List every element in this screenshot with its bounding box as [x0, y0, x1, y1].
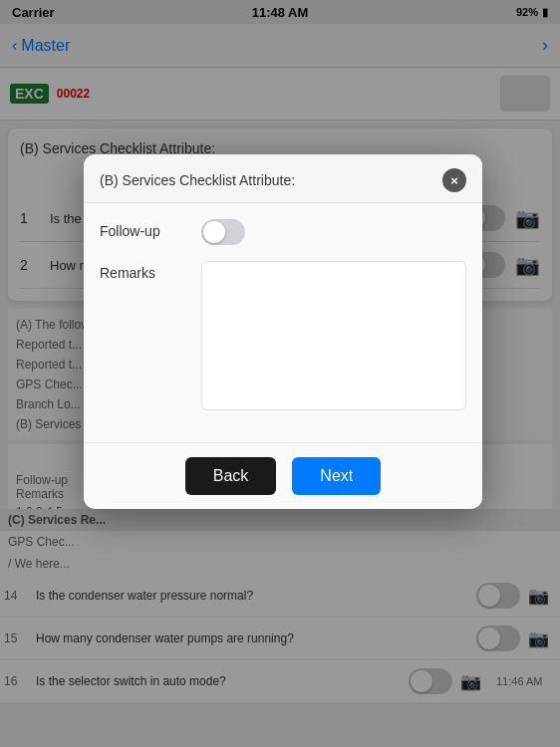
remarks-label: Remarks: [100, 261, 189, 281]
modal-footer: Back Next: [84, 442, 482, 509]
followup-label: Follow-up: [100, 219, 189, 239]
modal-next-button[interactable]: Next: [292, 457, 381, 495]
modal-back-button[interactable]: Back: [185, 457, 277, 495]
close-icon: ×: [450, 173, 458, 188]
modal-close-button[interactable]: ×: [442, 168, 466, 192]
modal-body: Follow-up Remarks: [84, 203, 482, 442]
modal-header: (B) Services Checklist Attribute: ×: [84, 154, 482, 203]
followup-field-row: Follow-up: [100, 219, 466, 245]
followup-toggle[interactable]: [201, 219, 245, 245]
remarks-field-row: Remarks: [100, 261, 466, 410]
modal-header-title: (B) Services Checklist Attribute:: [100, 172, 295, 188]
followup-toggle-container: [201, 219, 245, 245]
main-modal: (B) Services Checklist Attribute: × Foll…: [84, 154, 482, 509]
remarks-textarea[interactable]: [201, 261, 466, 410]
